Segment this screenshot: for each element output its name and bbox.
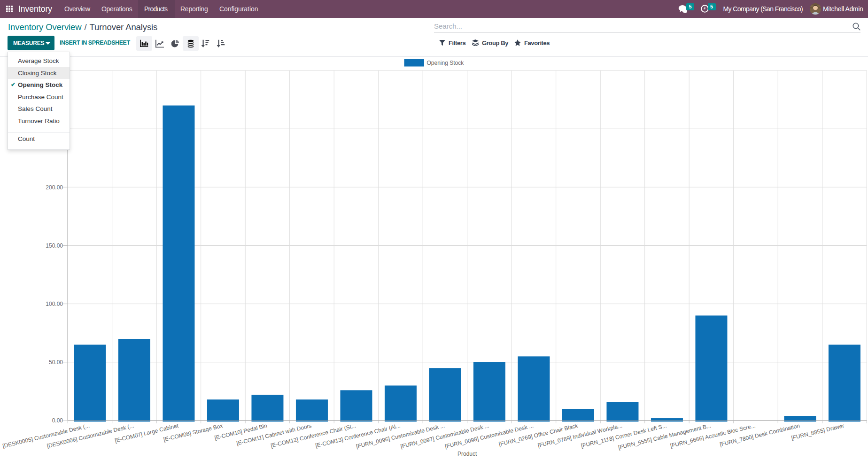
- svg-text:Opening Stock: Opening Stock: [427, 60, 465, 66]
- svg-text:[FURN_7800] Desk Combination: [FURN_7800] Desk Combination: [719, 422, 800, 448]
- svg-text:150.00: 150.00: [46, 242, 63, 249]
- svg-text:50.00: 50.00: [49, 359, 63, 366]
- svg-text:Product: Product: [457, 451, 477, 457]
- svg-text:100.00: 100.00: [46, 301, 63, 307]
- svg-text:200.00: 200.00: [46, 184, 63, 191]
- svg-text:0.00: 0.00: [52, 417, 63, 424]
